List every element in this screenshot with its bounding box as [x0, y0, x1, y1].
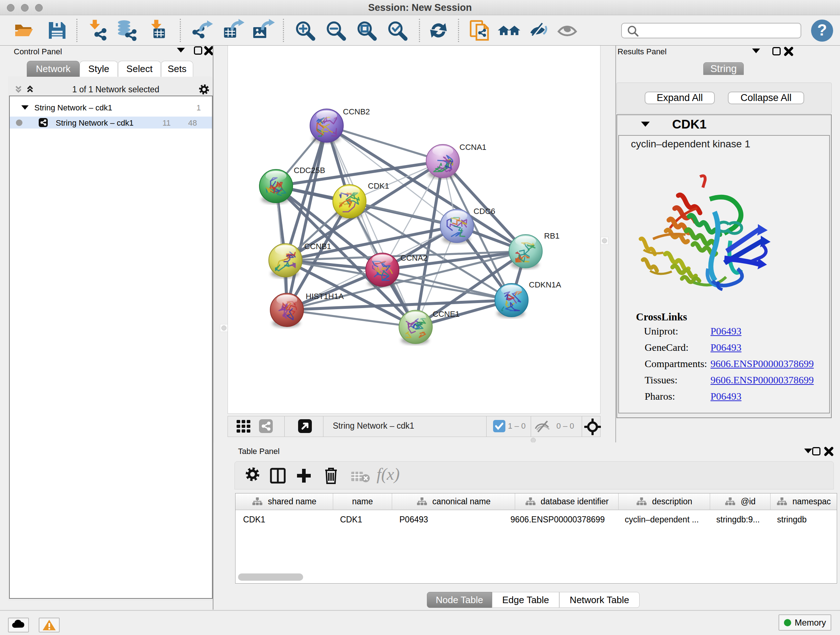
svg-text:RB1: RB1 [544, 231, 560, 241]
svg-text:CDC6: CDC6 [474, 207, 495, 216]
svg-text:CCNE1: CCNE1 [433, 310, 460, 318]
svg-text:CCNB2: CCNB2 [343, 107, 370, 116]
svg-text:CCNA2: CCNA2 [401, 253, 428, 263]
svg-text:CCNA1: CCNA1 [459, 143, 486, 152]
svg-text:CDK1: CDK1 [368, 181, 389, 190]
svg-text:CDC25B: CDC25B [294, 166, 325, 175]
svg-text:HIST1H1A: HIST1H1A [306, 292, 344, 301]
svg-text:CDKN1A: CDKN1A [529, 280, 561, 289]
svg-text:CCNB1: CCNB1 [304, 242, 332, 251]
